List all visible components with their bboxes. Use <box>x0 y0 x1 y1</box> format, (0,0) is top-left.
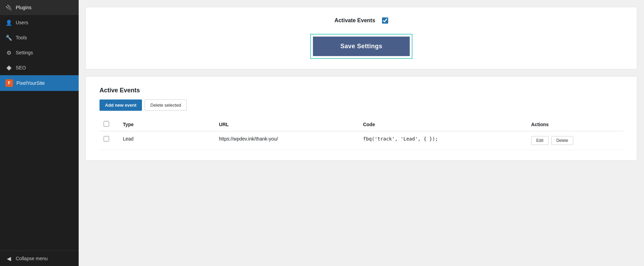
settings-icon: ⚙ <box>5 49 12 56</box>
delete-selected-button[interactable]: Delete selected <box>145 99 187 111</box>
save-settings-container: Save Settings <box>100 34 623 59</box>
sidebar-label-settings: Settings <box>16 50 33 55</box>
add-new-event-button[interactable]: Add new event <box>100 99 142 111</box>
collapse-icon: ◀ <box>5 255 12 262</box>
sidebar-label-users: Users <box>16 20 28 25</box>
sidebar-item-users[interactable]: 👤 Users <box>0 15 79 30</box>
col-header-type: Type <box>119 118 215 131</box>
sidebar-item-collapse[interactable]: ◀ Collapse menu <box>0 251 79 266</box>
select-all-checkbox[interactable] <box>104 121 109 127</box>
sidebar-label-plugins: Plugins <box>16 5 31 10</box>
sidebar-item-settings[interactable]: ⚙ Settings <box>0 45 79 60</box>
sidebar-label-pixelyoursite: PixelYourSite <box>16 80 45 86</box>
sidebar-label-tools: Tools <box>16 35 27 40</box>
events-actions: Add new event Delete selected <box>100 99 623 111</box>
plugins-icon: 🔌 <box>5 4 12 11</box>
save-settings-card: Activate Events Save Settings <box>86 7 637 69</box>
edit-button-0[interactable]: Edit <box>531 136 549 145</box>
cell-actions-0: Edit Delete <box>527 131 623 150</box>
activate-events-checkbox-wrapper <box>382 17 388 24</box>
sidebar-item-plugins[interactable]: 🔌 Plugins <box>0 0 79 15</box>
cell-type-0: Lead <box>119 131 215 150</box>
table-row: Lead https://wpdev.ink/thank-you/ fbq('t… <box>100 131 623 150</box>
sidebar: 🔌 Plugins 👤 Users 🔧 Tools ⚙ Settings ◈ S… <box>0 0 79 266</box>
activate-events-label: Activate Events <box>334 17 375 24</box>
cell-url-0: https://wpdev.ink/thank-you/ <box>215 131 359 150</box>
activate-events-checkbox[interactable] <box>382 17 388 24</box>
sidebar-item-seo[interactable]: ◈ SEO <box>0 60 79 75</box>
sidebar-label-seo: SEO <box>16 65 26 70</box>
activate-events-row: Activate Events <box>100 17 623 24</box>
save-settings-outer: Save Settings <box>310 34 412 59</box>
tools-icon: 🔧 <box>5 34 12 41</box>
main-content: Activate Events Save Settings Active Eve… <box>79 0 644 266</box>
active-events-card: Active Events Add new event Delete selec… <box>86 76 637 161</box>
events-table: Type URL Code Actions Lead https://wpdev… <box>100 118 623 150</box>
sidebar-item-tools[interactable]: 🔧 Tools <box>0 30 79 45</box>
col-header-actions: Actions <box>527 118 623 131</box>
active-events-title: Active Events <box>100 87 623 94</box>
delete-button-0[interactable]: Delete <box>551 136 574 145</box>
sidebar-label-collapse: Collapse menu <box>16 256 48 261</box>
sidebar-item-pixelyoursite[interactable]: F PixelYourSite ◀ <box>0 75 79 91</box>
seo-icon: ◈ <box>5 64 12 71</box>
chevron-right-icon: ◀ <box>70 81 73 85</box>
col-header-check <box>100 118 119 131</box>
col-header-url: URL <box>215 118 359 131</box>
pixelyoursite-icon: F <box>5 79 13 87</box>
cell-code-0: fbq('track', 'Lead', { }); <box>359 131 527 150</box>
save-settings-button[interactable]: Save Settings <box>313 37 410 56</box>
col-header-code: Code <box>359 118 527 131</box>
users-icon: 👤 <box>5 19 12 26</box>
row-checkbox-0[interactable] <box>104 136 109 142</box>
